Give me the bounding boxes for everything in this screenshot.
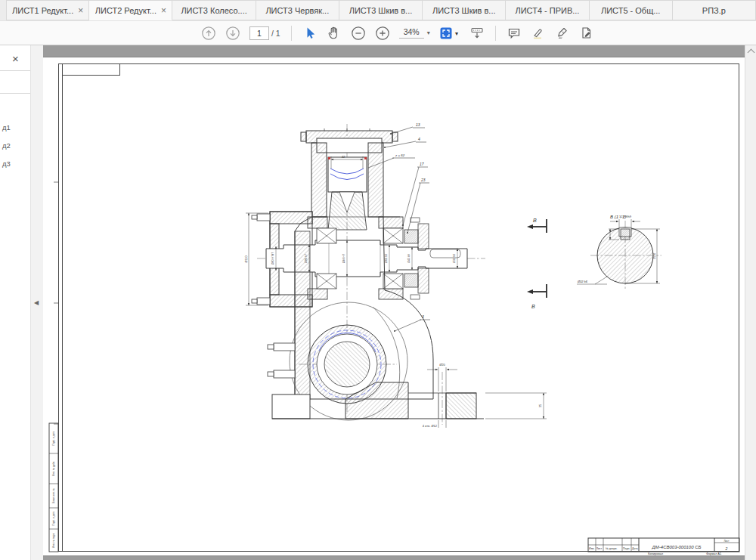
document-viewport: 42 xyxy=(43,45,756,560)
dim-label: Ø110 xyxy=(245,255,248,262)
zoom-level-dropdown[interactable]: 34% ▾ xyxy=(399,27,430,39)
stamp-cell-4: Подп. и дата xyxy=(52,511,55,525)
tab-close-icon[interactable]: × xyxy=(78,7,83,14)
detail-key-dim: 12 P9/h9 xyxy=(619,215,632,218)
zoom-out-button[interactable] xyxy=(350,25,367,42)
callout-4: 4 xyxy=(418,137,420,141)
select-tool-button[interactable] xyxy=(302,25,318,42)
tab-label: ЛИСТ2 Редукт... xyxy=(95,6,156,15)
document-tabbar: ЛИСТ1 Редукт... × ЛИСТ2 Редукт... × ЛИСТ… xyxy=(0,0,756,20)
collapse-panel-icon[interactable]: ◀ xyxy=(34,299,39,306)
dim-holes-note: 4 отв. Ø12 xyxy=(423,424,438,428)
tab-label: ЛИСТ3 Шкив в... xyxy=(349,6,413,15)
detail-height-dim: 35,4 xyxy=(652,252,656,259)
tb-col-list: Лист xyxy=(596,547,603,550)
tb-col-izm: Изм. xyxy=(589,547,595,550)
detail-view: В (1 : 1) xyxy=(577,215,660,284)
plus-circle-icon xyxy=(375,26,390,41)
tab-label: ЛИСТ4 - ПРИВ... xyxy=(515,6,579,15)
panel-collapse-gutter[interactable]: ◀ xyxy=(30,45,43,560)
tb-col-podp: Подп. xyxy=(623,547,630,550)
stamp-cell-1: Подп. и дата xyxy=(52,431,55,445)
page-number-input[interactable] xyxy=(249,26,269,40)
tab-list5-obsch[interactable]: ЛИСТ5 - Общ... xyxy=(590,0,673,20)
dim-label: Ø60 h6 xyxy=(385,254,388,263)
scroll-up-icon[interactable] xyxy=(747,49,754,57)
fit-page-button[interactable]: ▾ xyxy=(438,25,461,42)
dim-foot-height: 35 xyxy=(538,404,542,407)
stamp-cell-5: Инв. № подл. xyxy=(52,533,55,548)
cursor-arrow-icon xyxy=(302,26,318,41)
minus-circle-icon xyxy=(351,26,366,41)
send-for-signature-button[interactable] xyxy=(578,25,595,42)
tab-label: ЛИСТ3 Червяк... xyxy=(265,6,329,15)
page-count-label: / 1 xyxy=(271,29,280,38)
tab-label: ЛИСТ1 Редукт... xyxy=(12,6,73,15)
tab-list3-koleso[interactable]: ЛИСТ3 Колесо.... xyxy=(172,0,256,20)
title-block: Изм. Лист № докум. Подп. Дата ДМ-4СВ003-… xyxy=(588,538,739,555)
tab-list3-chervyak[interactable]: ЛИСТ3 Червяк... xyxy=(256,0,339,20)
chevron-down-icon: ▾ xyxy=(455,30,458,37)
zoom-in-button[interactable] xyxy=(374,25,391,42)
toolbar-mode-button[interactable] xyxy=(469,25,485,42)
tab-rpz[interactable]: РПЗ.р xyxy=(673,0,756,20)
stamp-cell-2: Инв. № дубл. xyxy=(52,461,55,476)
tb-col-data: Дата xyxy=(632,547,638,550)
close-panel-icon[interactable]: × xyxy=(12,52,19,65)
fill-sign-button[interactable] xyxy=(554,25,571,42)
panel-item-1[interactable]: д1 xyxy=(2,123,11,131)
panel-divider xyxy=(0,70,30,71)
detail-shaft-dim: Ø32 k6 xyxy=(577,280,588,283)
chevron-down-icon: ▾ xyxy=(427,29,430,36)
teeth-note: z = 62 xyxy=(395,153,405,157)
dim-hole: Ø20 xyxy=(439,363,445,367)
tb-sheet-value: 2 xyxy=(725,546,728,551)
zoom-level-value: 34% xyxy=(399,27,424,39)
hand-icon xyxy=(327,26,342,41)
callout-17: 17 xyxy=(420,162,424,166)
tb-doc-number: ДМ-4СВ003-000100 СБ xyxy=(652,545,702,549)
tab-list4-privod[interactable]: ЛИСТ4 - ПРИВ... xyxy=(506,0,589,20)
stamp-cell-3: Взам. инв. № xyxy=(52,488,55,503)
comment-tool-button[interactable] xyxy=(506,25,522,42)
toolbar-collapse-icon xyxy=(469,26,485,41)
callout-3: 3 xyxy=(422,314,424,319)
tab-list3-shkiv-1[interactable]: ЛИСТ3 Шкив в... xyxy=(339,0,423,20)
main-area: × д1 д2 д3 ◀ xyxy=(0,45,756,560)
highlight-tool-button[interactable] xyxy=(530,25,547,42)
tb-sheet-label: Лист xyxy=(724,540,730,543)
tab-list2-active[interactable]: ЛИСТ2 Редукт... × xyxy=(89,0,172,20)
arrow-up-circle-icon xyxy=(201,26,216,41)
worm-wheel xyxy=(328,157,367,230)
tab-list3-shkiv-2[interactable]: ЛИСТ3 Шкив в... xyxy=(423,0,506,20)
tab-close-icon[interactable]: × xyxy=(161,7,166,14)
panel-item-3[interactable]: д3 xyxy=(2,159,11,168)
comment-bubble-icon xyxy=(507,26,522,41)
foot-dimensions: Ø20 4 отв. Ø12 35 xyxy=(423,363,547,428)
next-page-button[interactable] xyxy=(225,25,241,42)
callout-23: 23 xyxy=(420,178,426,182)
fountain-pen-icon xyxy=(555,26,570,41)
vertical-scrollbar[interactable] xyxy=(745,45,756,560)
dim-label: Ø80 H7/f7 xyxy=(271,252,274,265)
assembly-drawing: 42 xyxy=(43,57,745,555)
tb-format: Формат А1 xyxy=(706,552,722,555)
hand-tool-button[interactable] xyxy=(326,25,342,42)
left-dimension: Ø110 xyxy=(245,213,268,305)
document-pencil-icon xyxy=(579,26,594,41)
dim-label: Ø80 h7 xyxy=(305,254,308,263)
tab-label: ЛИСТ5 - Общ... xyxy=(601,6,660,15)
tab-label: ЛИСТ3 Колесо.... xyxy=(181,6,246,15)
acrobat-window: ЛИСТ1 Редукт... × ЛИСТ2 Редукт... × ЛИСТ… xyxy=(0,0,756,560)
dim-label: Ø32 h6 xyxy=(453,254,456,263)
panel-item-2[interactable]: д2 xyxy=(2,141,11,150)
panel-divider xyxy=(0,93,30,94)
pdf-page: 42 xyxy=(43,57,745,555)
tab-list1[interactable]: ЛИСТ1 Редукт... × xyxy=(6,0,89,20)
tb-col-docnum: № докум. xyxy=(606,547,617,550)
previous-page-button[interactable] xyxy=(200,25,217,42)
toolbar-divider xyxy=(291,26,292,41)
tab-label: ЛИСТ3 Шкив в... xyxy=(432,6,496,15)
dim-label: Ø45 k6 xyxy=(407,254,411,263)
dim-label: Ø46 H7 xyxy=(342,254,345,263)
